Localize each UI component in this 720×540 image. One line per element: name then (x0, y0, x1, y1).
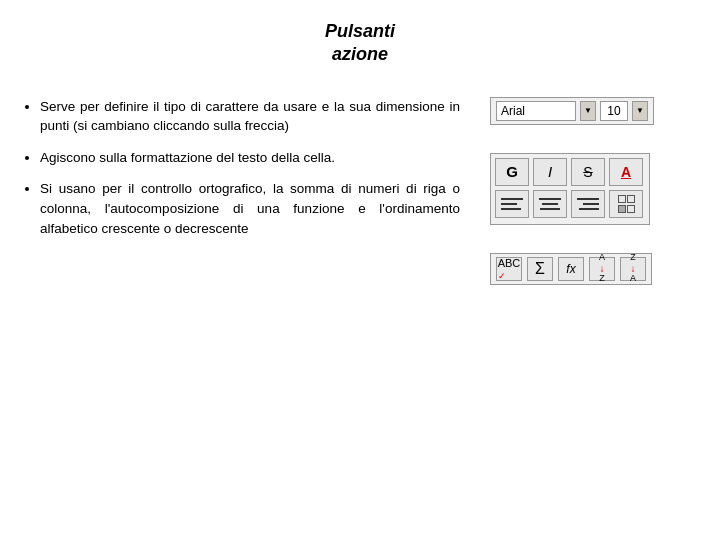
format-buttons-widget: G I S A (490, 153, 650, 225)
bullet-text-2: Agiscono sulla formattazione del testo d… (40, 150, 335, 165)
font-color-button[interactable]: A (609, 158, 643, 186)
list-item: Si usano per il controllo ortografico, l… (40, 179, 460, 238)
italic-label: I (548, 163, 552, 180)
cell-merge-button[interactable] (609, 190, 643, 218)
sum-button[interactable]: Σ (527, 257, 553, 281)
sort-desc-button[interactable]: Z ↓ A (620, 257, 646, 281)
spellcheck-icon: ABC✓ (498, 257, 521, 281)
strikethrough-label: S (583, 164, 592, 180)
sort-asc-button[interactable]: A ↓ Z (589, 257, 615, 281)
bold-button[interactable]: G (495, 158, 529, 186)
italic-button[interactable]: I (533, 158, 567, 186)
strikethrough-button[interactable]: S (571, 158, 605, 186)
text-column: Serve per definire il tipo di carattere … (20, 97, 470, 285)
font-color-label: A (621, 164, 631, 180)
fx-icon: fx (566, 262, 575, 276)
font-name-label: Arial (501, 104, 525, 118)
list-item: Serve per definire il tipo di carattere … (40, 97, 460, 136)
list-item: Agiscono sulla formattazione del testo d… (40, 148, 460, 168)
align-right-button[interactable] (571, 190, 605, 218)
sigma-icon: Σ (535, 260, 545, 278)
bottom-toolbar-widget: ABC✓ Σ fx A ↓ Z (490, 253, 652, 285)
title-block: Pulsanti azione (325, 20, 395, 67)
font-toolbar-widget: Arial ▼ 10 ▼ (490, 97, 654, 125)
bold-label: G (506, 163, 518, 180)
align-center-icon (537, 196, 563, 212)
spellcheck-button[interactable]: ABC✓ (496, 257, 522, 281)
page-container: Pulsanti azione Serve per definire il ti… (0, 0, 720, 540)
font-name-box[interactable]: Arial (496, 101, 576, 121)
widgets-column: Arial ▼ 10 ▼ G I S (490, 97, 700, 285)
align-left-button[interactable] (495, 190, 529, 218)
bullet-text-3: Si usano per il controllo ortografico, l… (40, 181, 460, 235)
bullet-list: Serve per definire il tipo di carattere … (20, 97, 460, 238)
formula-button[interactable]: fx (558, 257, 584, 281)
font-size-box[interactable]: 10 (600, 101, 628, 121)
content-area: Serve per definire il tipo di carattere … (20, 97, 700, 285)
font-name-dropdown[interactable]: ▼ (580, 101, 596, 121)
align-left-icon (499, 196, 525, 212)
page-title: Pulsanti azione (325, 20, 395, 67)
align-right-icon (575, 196, 601, 212)
cell-merge-icon (618, 195, 635, 213)
sort-az-icon: A ↓ Z (599, 253, 605, 284)
font-size-dropdown[interactable]: ▼ (632, 101, 648, 121)
font-size-label: 10 (607, 104, 620, 118)
title-line2: azione (332, 44, 388, 64)
title-line1: Pulsanti (325, 21, 395, 41)
sort-za-icon: Z ↓ A (630, 253, 636, 284)
align-center-button[interactable] (533, 190, 567, 218)
bullet-text-1: Serve per definire il tipo di carattere … (40, 99, 460, 134)
